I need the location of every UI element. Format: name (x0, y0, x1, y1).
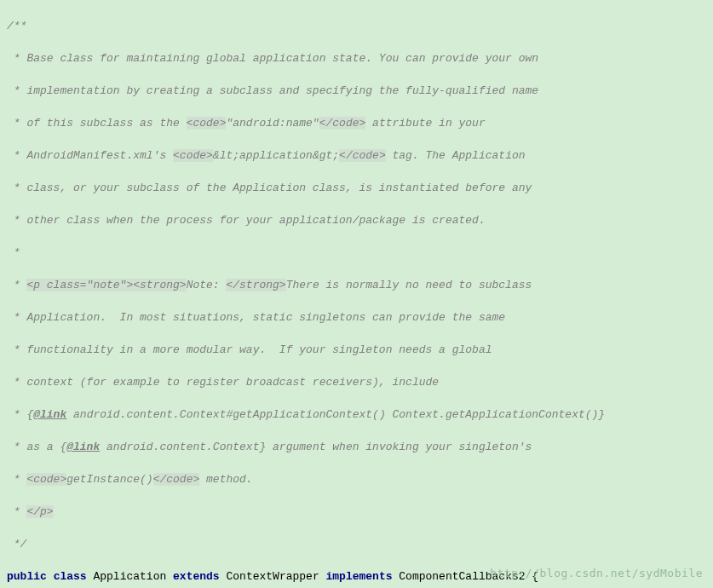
javadoc-line: * implementation by creating a subclass … (7, 84, 538, 97)
javadoc-line: * Base class for maintaining global appl… (7, 52, 538, 65)
javadoc-line: * class, or your subclass of the Applica… (7, 182, 532, 194)
javadoc-link: @link (33, 408, 66, 421)
javadoc-line: * <code>getInstance()</code> method. (7, 473, 253, 486)
watermark-text: http://blog.csdn.net/sydMobile (490, 565, 703, 581)
javadoc-line: * other class when the process for your … (7, 214, 486, 227)
javadoc-line: /** (7, 20, 26, 32)
javadoc-line: * as a {@link android.content.Context} a… (7, 441, 532, 453)
javadoc-line: * context (for example to register broad… (7, 376, 439, 389)
javadoc-line: */ (7, 538, 26, 551)
code-editor[interactable]: /** * Base class for maintaining global … (0, 0, 713, 588)
javadoc-line: * {@link android.content.Context#getAppl… (7, 408, 605, 421)
javadoc-line: * of this subclass as the <code>"android… (7, 117, 486, 130)
javadoc-line: * (7, 246, 20, 259)
javadoc-line: * </p> (7, 505, 54, 518)
javadoc-line: * functionality in a more modular way. I… (7, 343, 492, 356)
javadoc-line: * AndroidManifest.xml's <code>&lt;applic… (7, 149, 526, 162)
javadoc-line: * Application. In most situations, stati… (7, 311, 505, 324)
javadoc-link: @link (66, 441, 100, 453)
javadoc-line: * <p class="note"><strong>Note: </strong… (7, 279, 532, 291)
